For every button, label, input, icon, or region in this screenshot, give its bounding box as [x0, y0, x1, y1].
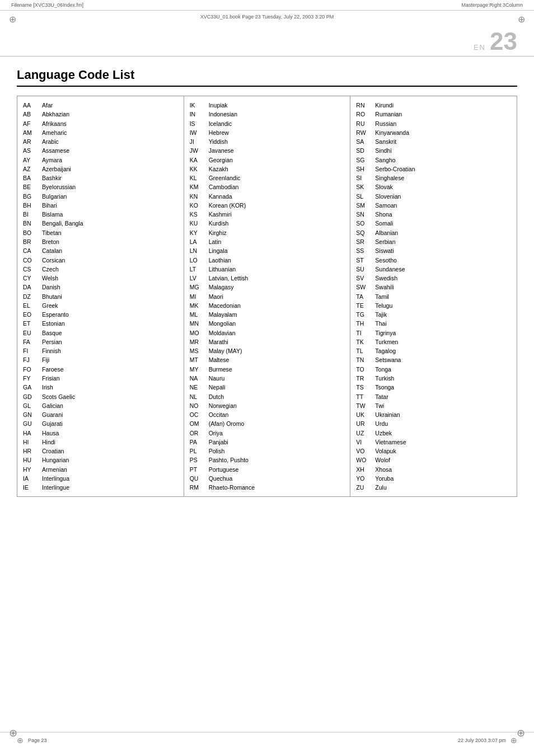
table-row: CACatalan [23, 246, 178, 255]
lang-name: Yoruba [375, 474, 394, 483]
lang-name: Uzbek [375, 429, 392, 438]
table-row: MTMaltese [190, 355, 345, 364]
lang-code: MG [190, 283, 205, 292]
lang-code: OC [190, 410, 205, 419]
table-row: AAAfar [23, 101, 178, 110]
lang-name: Corsican [42, 256, 65, 265]
lang-name: Dutch [209, 392, 224, 401]
lang-name: Laothian [209, 256, 231, 265]
lang-name: Estonian [42, 319, 65, 328]
table-row: HIHindi [23, 438, 178, 447]
lang-code: MR [190, 337, 205, 346]
lang-code: SQ [356, 228, 372, 237]
lang-code: TL [356, 346, 372, 355]
table-row: MIMaori [190, 292, 345, 301]
lang-name: Tonga [375, 365, 391, 374]
table-row: DZBhutani [23, 292, 178, 301]
lang-name: Norwegian [209, 401, 237, 410]
table-row: MLMalayalam [190, 310, 345, 319]
lang-code: SO [356, 219, 372, 228]
lang-code: FA [23, 337, 39, 346]
lang-name: Burmese [209, 365, 232, 374]
lang-name: Indonesian [209, 110, 237, 119]
table-row: BRBreton [23, 237, 178, 246]
lang-code: VO [356, 447, 372, 456]
table-row: GAIrish [23, 383, 178, 392]
lang-code: LT [190, 265, 205, 274]
table-row: FIFinnish [23, 346, 178, 355]
lang-code: ET [23, 319, 39, 328]
table-row: RURussian [356, 119, 511, 128]
table-row: KMCambodian [190, 182, 345, 191]
lang-code: VI [356, 438, 372, 447]
lang-code: TR [356, 374, 372, 383]
table-row: KKKazakh [190, 165, 345, 173]
lang-code: IK [190, 101, 205, 110]
table-row: KNKannada [190, 192, 345, 201]
table-row: TLTagalog [356, 346, 511, 355]
table-row: MNMongolian [190, 319, 345, 328]
lang-code: AF [23, 119, 39, 128]
lang-name: Javanese [209, 146, 234, 155]
table-row: ASAssamese [23, 146, 178, 155]
lang-code: BG [23, 192, 39, 201]
lang-name: Afar [42, 101, 53, 110]
table-row: IEInterlingue [23, 483, 178, 492]
lang-name: Croatian [42, 447, 64, 456]
lang-name: Tigrinya [375, 328, 396, 337]
lang-code: MN [190, 319, 205, 328]
en-label: EN [474, 43, 486, 51]
lang-code: CO [23, 256, 39, 265]
lang-name: Kirghiz [209, 228, 227, 237]
table-row: ETEstonian [23, 319, 178, 328]
table-row: TOTonga [356, 365, 511, 374]
table-row: ABAbkhazian [23, 110, 178, 119]
lang-name: Lingala [209, 246, 228, 255]
table-row: HRCroatian [23, 447, 178, 456]
table-row: OM(Afan) Oromo [190, 419, 345, 428]
lang-name: Maltese [209, 355, 229, 364]
lang-name: Esperanto [42, 310, 69, 319]
table-row: KLGreenlandic [190, 173, 345, 182]
lang-name: Mongolian [209, 319, 236, 328]
lang-name: Irish [42, 383, 53, 392]
table-row: BHBihari [23, 201, 178, 210]
lang-code: FJ [23, 355, 39, 364]
lang-name: Welsh [42, 274, 58, 283]
lang-code: UR [356, 419, 372, 428]
lang-code: AR [23, 137, 39, 146]
table-row: WOWolof [356, 456, 511, 464]
lang-name: Telugu [375, 301, 392, 310]
lang-code: PT [190, 465, 205, 474]
lang-name: Kashmiri [209, 210, 232, 219]
table-row: TNSetswana [356, 355, 511, 364]
table-row: AMAmeharic [23, 128, 178, 137]
lang-name: Persian [42, 337, 62, 346]
lang-code: OR [190, 429, 205, 438]
lang-code: TA [356, 292, 372, 301]
lang-name: Maori [209, 292, 223, 301]
lang-code: UK [356, 410, 372, 419]
table-row: EOEsperanto [23, 310, 178, 319]
table-row: LNLingala [190, 246, 345, 255]
lang-name: Sundanese [375, 265, 405, 274]
table-row: SLSlovenian [356, 192, 511, 201]
lang-code: KY [190, 228, 205, 237]
lang-code: YO [356, 474, 372, 483]
lang-code: JW [190, 146, 205, 155]
lang-name: Serbian [375, 237, 395, 246]
table-row: PSPashto, Pushto [190, 456, 345, 464]
table-row: IWHebrew [190, 128, 345, 137]
table-row: BOTibetan [23, 228, 178, 237]
lang-code: EL [23, 301, 39, 310]
table-row: BEByelorussian [23, 182, 178, 191]
table-row: CYWelsh [23, 274, 178, 283]
lang-name: Tatar [375, 392, 388, 401]
book-info-row: ⊕ XVC33U_01.book Page 23 Tuesday, July 2… [0, 11, 534, 28]
lang-code: IE [23, 483, 39, 492]
lang-name: Urdu [375, 419, 388, 428]
lang-name: Oriya [209, 429, 223, 438]
table-row: STSesotho [356, 256, 511, 265]
lang-code: HY [23, 465, 39, 474]
lang-code: TW [356, 401, 372, 410]
